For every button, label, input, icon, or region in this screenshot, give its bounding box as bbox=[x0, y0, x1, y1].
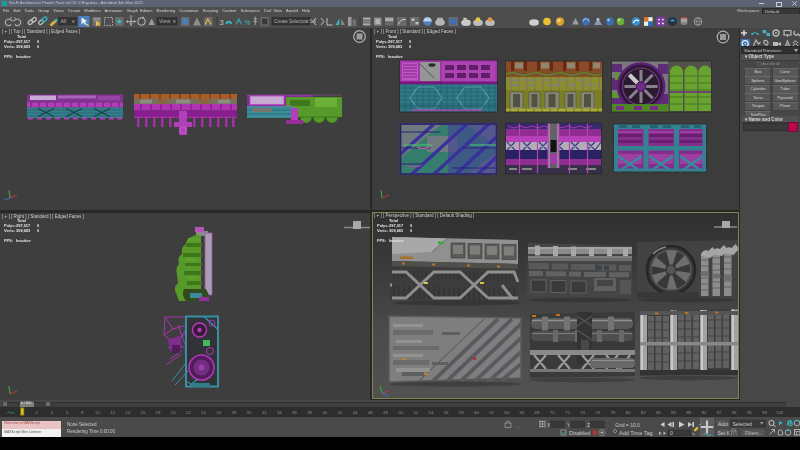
svg-text:Disabled: Disabled bbox=[569, 430, 590, 436]
svg-text:34: 34 bbox=[277, 410, 282, 415]
svg-text:66: 66 bbox=[520, 410, 525, 415]
svg-text:14: 14 bbox=[125, 410, 130, 415]
svg-text:72: 72 bbox=[565, 410, 570, 415]
svg-text:16: 16 bbox=[141, 410, 146, 415]
svg-text:92: 92 bbox=[717, 410, 722, 415]
svg-text:94: 94 bbox=[732, 410, 737, 415]
svg-text:View: View bbox=[159, 18, 170, 24]
svg-text:30: 30 bbox=[247, 410, 252, 415]
svg-text:88: 88 bbox=[686, 410, 691, 415]
svg-text:44: 44 bbox=[353, 410, 358, 415]
svg-text:42: 42 bbox=[338, 410, 343, 415]
svg-text:68: 68 bbox=[535, 410, 540, 415]
svg-text:Auto: Auto bbox=[718, 421, 729, 427]
svg-text:26: 26 bbox=[216, 410, 221, 415]
svg-text:Add Time Tag: Add Time Tag bbox=[619, 430, 653, 436]
svg-text:Filters...: Filters... bbox=[745, 430, 763, 436]
svg-text:0: 0 bbox=[670, 430, 673, 436]
svg-text:Set K: Set K bbox=[718, 430, 731, 436]
svg-text:Grid = 10.0: Grid = 10.0 bbox=[615, 422, 640, 428]
svg-text:82: 82 bbox=[641, 410, 646, 415]
svg-text:48: 48 bbox=[383, 410, 388, 415]
svg-text:56: 56 bbox=[444, 410, 449, 415]
svg-text:46: 46 bbox=[368, 410, 373, 415]
svg-text:32: 32 bbox=[262, 410, 267, 415]
svg-text:64: 64 bbox=[504, 410, 509, 415]
svg-text:98: 98 bbox=[762, 410, 767, 415]
svg-text:24: 24 bbox=[201, 410, 206, 415]
svg-text:All: All bbox=[61, 18, 67, 24]
svg-text:78: 78 bbox=[610, 410, 615, 415]
svg-text:100: 100 bbox=[776, 410, 784, 415]
svg-text:86: 86 bbox=[671, 410, 676, 415]
svg-text:54: 54 bbox=[429, 410, 434, 415]
svg-text:Create Selection Set: Create Selection Set bbox=[274, 19, 317, 24]
svg-text:3: 3 bbox=[220, 18, 224, 27]
svg-text:Selected: Selected bbox=[733, 421, 753, 427]
svg-text:74: 74 bbox=[580, 410, 585, 415]
svg-text:90: 90 bbox=[701, 410, 706, 415]
svg-text:76: 76 bbox=[595, 410, 600, 415]
svg-text:52: 52 bbox=[413, 410, 418, 415]
svg-text:62: 62 bbox=[489, 410, 494, 415]
svg-text:96: 96 bbox=[747, 410, 752, 415]
svg-text:58: 58 bbox=[459, 410, 464, 415]
svg-text:10: 10 bbox=[95, 410, 100, 415]
svg-text:20: 20 bbox=[171, 410, 176, 415]
svg-text:%: % bbox=[245, 19, 251, 26]
svg-text:50: 50 bbox=[398, 410, 403, 415]
svg-text:40: 40 bbox=[322, 410, 327, 415]
svg-text:36: 36 bbox=[292, 410, 297, 415]
svg-text:80: 80 bbox=[626, 410, 631, 415]
svg-text:70: 70 bbox=[550, 410, 555, 415]
svg-text:84: 84 bbox=[656, 410, 661, 415]
svg-text:12: 12 bbox=[110, 410, 115, 415]
svg-text:28: 28 bbox=[231, 410, 236, 415]
svg-text:22: 22 bbox=[186, 410, 191, 415]
svg-text:38: 38 bbox=[307, 410, 312, 415]
svg-text:...: ... bbox=[515, 423, 520, 429]
svg-text:60: 60 bbox=[474, 410, 479, 415]
svg-text:18: 18 bbox=[156, 410, 161, 415]
